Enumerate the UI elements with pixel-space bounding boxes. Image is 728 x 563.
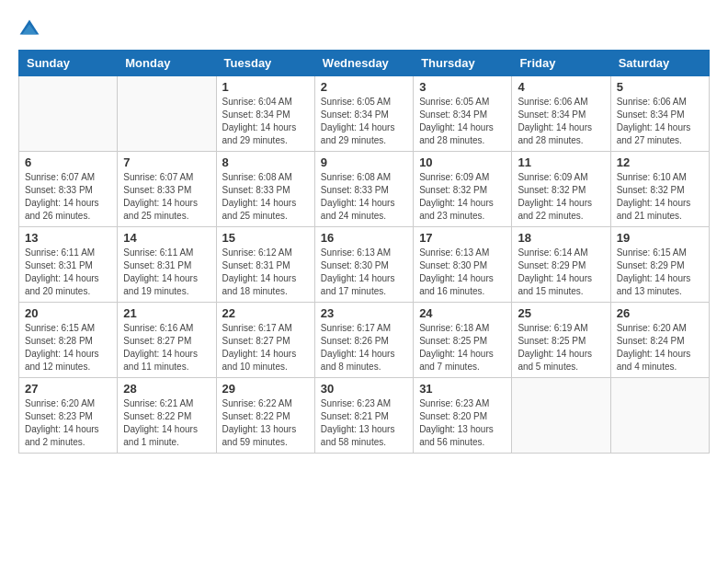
day-number: 12 [617, 155, 703, 169]
calendar-day-cell: 6Sunrise: 6:07 AM Sunset: 8:33 PM Daylig… [19, 152, 118, 227]
day-detail: Sunrise: 6:13 AM Sunset: 8:30 PM Dayligh… [321, 247, 407, 298]
day-detail: Sunrise: 6:06 AM Sunset: 8:34 PM Dayligh… [617, 96, 703, 147]
calendar-week-row: 27Sunrise: 6:20 AM Sunset: 8:23 PM Dayli… [19, 378, 710, 454]
calendar-day-cell: 31Sunrise: 6:23 AM Sunset: 8:20 PM Dayli… [414, 378, 512, 454]
day-number: 2 [321, 80, 407, 94]
day-detail: Sunrise: 6:07 AM Sunset: 8:33 PM Dayligh… [123, 171, 210, 223]
weekday-header: Wednesday [314, 51, 413, 76]
calendar-day-cell: 13Sunrise: 6:11 AM Sunset: 8:31 PM Dayli… [19, 227, 118, 303]
day-number: 15 [222, 231, 309, 245]
weekday-header: Friday [512, 51, 610, 76]
weekday-header: Monday [118, 51, 216, 76]
day-detail: Sunrise: 6:08 AM Sunset: 8:33 PM Dayligh… [321, 171, 407, 223]
day-detail: Sunrise: 6:17 AM Sunset: 8:26 PM Dayligh… [321, 322, 407, 373]
day-detail: Sunrise: 6:09 AM Sunset: 8:32 PM Dayligh… [419, 171, 506, 223]
day-detail: Sunrise: 6:07 AM Sunset: 8:33 PM Dayligh… [25, 171, 111, 223]
calendar-day-cell [610, 378, 709, 454]
day-number: 31 [419, 382, 506, 396]
day-number: 22 [222, 306, 309, 320]
day-number: 18 [518, 231, 604, 245]
weekday-header: Sunday [19, 51, 118, 76]
logo-icon [18, 18, 40, 40]
day-detail: Sunrise: 6:10 AM Sunset: 8:32 PM Dayligh… [617, 171, 703, 223]
calendar-day-cell: 28Sunrise: 6:21 AM Sunset: 8:22 PM Dayli… [118, 378, 216, 454]
calendar-day-cell: 15Sunrise: 6:12 AM Sunset: 8:31 PM Dayli… [216, 227, 314, 303]
day-detail: Sunrise: 6:18 AM Sunset: 8:25 PM Dayligh… [419, 322, 506, 373]
day-detail: Sunrise: 6:06 AM Sunset: 8:34 PM Dayligh… [518, 96, 604, 147]
day-number: 16 [321, 231, 407, 245]
day-detail: Sunrise: 6:14 AM Sunset: 8:29 PM Dayligh… [518, 247, 604, 298]
calendar-day-cell: 4Sunrise: 6:06 AM Sunset: 8:34 PM Daylig… [512, 76, 610, 152]
calendar-day-cell: 5Sunrise: 6:06 AM Sunset: 8:34 PM Daylig… [610, 76, 709, 152]
day-number: 28 [123, 382, 210, 396]
calendar-day-cell: 1Sunrise: 6:04 AM Sunset: 8:34 PM Daylig… [216, 76, 314, 152]
day-number: 4 [518, 80, 604, 94]
day-detail: Sunrise: 6:23 AM Sunset: 8:21 PM Dayligh… [321, 397, 407, 449]
calendar-day-cell: 26Sunrise: 6:20 AM Sunset: 8:24 PM Dayli… [610, 303, 709, 378]
day-number: 23 [321, 306, 407, 320]
calendar-day-cell [19, 76, 118, 152]
calendar-header-row: SundayMondayTuesdayWednesdayThursdayFrid… [19, 51, 710, 76]
calendar-day-cell: 9Sunrise: 6:08 AM Sunset: 8:33 PM Daylig… [314, 152, 413, 227]
day-number: 11 [518, 155, 604, 169]
day-number: 1 [222, 80, 309, 94]
day-detail: Sunrise: 6:19 AM Sunset: 8:25 PM Dayligh… [518, 322, 604, 373]
day-number: 5 [617, 80, 703, 94]
day-number: 14 [123, 231, 210, 245]
day-detail: Sunrise: 6:16 AM Sunset: 8:27 PM Dayligh… [123, 322, 210, 373]
calendar-day-cell: 12Sunrise: 6:10 AM Sunset: 8:32 PM Dayli… [610, 152, 709, 227]
calendar-day-cell: 3Sunrise: 6:05 AM Sunset: 8:34 PM Daylig… [414, 76, 512, 152]
day-number: 17 [419, 231, 506, 245]
calendar-day-cell: 8Sunrise: 6:08 AM Sunset: 8:33 PM Daylig… [216, 152, 314, 227]
weekday-header: Thursday [414, 51, 512, 76]
calendar-day-cell: 17Sunrise: 6:13 AM Sunset: 8:30 PM Dayli… [414, 227, 512, 303]
calendar-day-cell: 27Sunrise: 6:20 AM Sunset: 8:23 PM Dayli… [19, 378, 118, 454]
calendar-table: SundayMondayTuesdayWednesdayThursdayFrid… [18, 50, 710, 454]
calendar-week-row: 13Sunrise: 6:11 AM Sunset: 8:31 PM Dayli… [19, 227, 710, 303]
day-number: 20 [25, 306, 111, 320]
day-number: 6 [25, 155, 111, 169]
day-number: 29 [222, 382, 309, 396]
calendar-day-cell: 24Sunrise: 6:18 AM Sunset: 8:25 PM Dayli… [414, 303, 512, 378]
calendar-day-cell [118, 76, 216, 152]
day-detail: Sunrise: 6:11 AM Sunset: 8:31 PM Dayligh… [25, 247, 111, 298]
day-number: 26 [617, 306, 703, 320]
day-number: 27 [25, 382, 111, 396]
calendar-day-cell: 14Sunrise: 6:11 AM Sunset: 8:31 PM Dayli… [118, 227, 216, 303]
calendar-day-cell: 16Sunrise: 6:13 AM Sunset: 8:30 PM Dayli… [314, 227, 413, 303]
calendar-day-cell: 2Sunrise: 6:05 AM Sunset: 8:34 PM Daylig… [314, 76, 413, 152]
day-detail: Sunrise: 6:23 AM Sunset: 8:20 PM Dayligh… [419, 397, 506, 449]
day-detail: Sunrise: 6:17 AM Sunset: 8:27 PM Dayligh… [222, 322, 309, 373]
calendar-week-row: 20Sunrise: 6:15 AM Sunset: 8:28 PM Dayli… [19, 303, 710, 378]
calendar-day-cell: 7Sunrise: 6:07 AM Sunset: 8:33 PM Daylig… [118, 152, 216, 227]
day-detail: Sunrise: 6:11 AM Sunset: 8:31 PM Dayligh… [123, 247, 210, 298]
page-header [18, 18, 710, 40]
day-detail: Sunrise: 6:22 AM Sunset: 8:22 PM Dayligh… [222, 397, 309, 449]
calendar-day-cell: 18Sunrise: 6:14 AM Sunset: 8:29 PM Dayli… [512, 227, 610, 303]
day-number: 10 [419, 155, 506, 169]
day-detail: Sunrise: 6:15 AM Sunset: 8:29 PM Dayligh… [617, 247, 703, 298]
weekday-header: Tuesday [216, 51, 314, 76]
calendar-day-cell: 20Sunrise: 6:15 AM Sunset: 8:28 PM Dayli… [19, 303, 118, 378]
day-detail: Sunrise: 6:13 AM Sunset: 8:30 PM Dayligh… [419, 247, 506, 298]
day-detail: Sunrise: 6:21 AM Sunset: 8:22 PM Dayligh… [123, 397, 210, 449]
calendar-day-cell: 21Sunrise: 6:16 AM Sunset: 8:27 PM Dayli… [118, 303, 216, 378]
calendar-day-cell: 19Sunrise: 6:15 AM Sunset: 8:29 PM Dayli… [610, 227, 709, 303]
calendar-week-row: 1Sunrise: 6:04 AM Sunset: 8:34 PM Daylig… [19, 76, 710, 152]
day-number: 30 [321, 382, 407, 396]
calendar-week-row: 6Sunrise: 6:07 AM Sunset: 8:33 PM Daylig… [19, 152, 710, 227]
day-number: 19 [617, 231, 703, 245]
calendar-day-cell: 29Sunrise: 6:22 AM Sunset: 8:22 PM Dayli… [216, 378, 314, 454]
day-number: 9 [321, 155, 407, 169]
calendar-day-cell: 23Sunrise: 6:17 AM Sunset: 8:26 PM Dayli… [314, 303, 413, 378]
day-number: 24 [419, 306, 506, 320]
day-detail: Sunrise: 6:08 AM Sunset: 8:33 PM Dayligh… [222, 171, 309, 223]
day-number: 25 [518, 306, 604, 320]
day-detail: Sunrise: 6:20 AM Sunset: 8:24 PM Dayligh… [617, 322, 703, 373]
day-detail: Sunrise: 6:04 AM Sunset: 8:34 PM Dayligh… [222, 96, 309, 147]
calendar-day-cell: 30Sunrise: 6:23 AM Sunset: 8:21 PM Dayli… [314, 378, 413, 454]
calendar-day-cell [512, 378, 610, 454]
day-detail: Sunrise: 6:05 AM Sunset: 8:34 PM Dayligh… [419, 96, 506, 147]
day-number: 13 [25, 231, 111, 245]
calendar-day-cell: 10Sunrise: 6:09 AM Sunset: 8:32 PM Dayli… [414, 152, 512, 227]
